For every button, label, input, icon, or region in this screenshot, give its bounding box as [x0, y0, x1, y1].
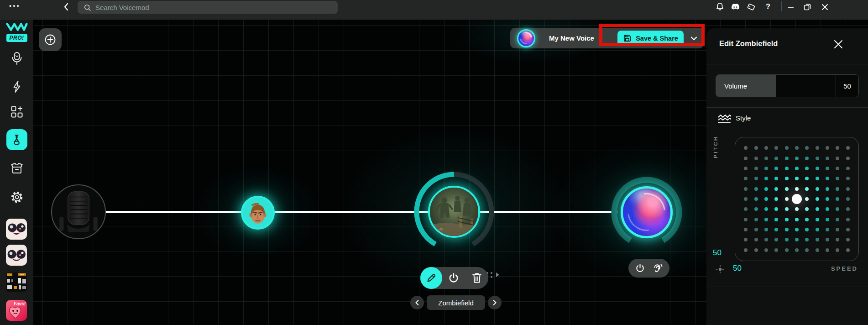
- style-grid-dot[interactable]: [843, 163, 853, 173]
- prev-node-button[interactable]: [410, 296, 424, 309]
- next-node-button[interactable]: [488, 296, 502, 309]
- style-grid-dot[interactable]: [802, 235, 812, 245]
- man-face-voice-node[interactable]: [241, 196, 275, 230]
- style-grid-dot[interactable]: [843, 194, 853, 204]
- style-grid-dot[interactable]: [761, 143, 771, 153]
- style-grid-dot[interactable]: [771, 194, 781, 204]
- style-grid-dot[interactable]: [761, 215, 771, 225]
- style-grid-dot[interactable]: [751, 153, 761, 163]
- style-grid-dot[interactable]: [741, 235, 751, 245]
- style-grid-dot[interactable]: [771, 215, 781, 225]
- style-grid-dot[interactable]: [832, 225, 842, 235]
- style-grid-dot[interactable]: [822, 163, 832, 173]
- style-grid-dot[interactable]: [771, 143, 781, 153]
- notifications-bell-icon[interactable]: [715, 2, 725, 12]
- style-grid-dot[interactable]: [832, 194, 842, 204]
- style-grid-dot[interactable]: [802, 225, 812, 235]
- style-grid-dot[interactable]: [751, 225, 761, 235]
- style-grid-dot[interactable]: [832, 143, 842, 153]
- style-grid-dot[interactable]: [832, 245, 842, 255]
- style-grid-dot[interactable]: [802, 163, 812, 173]
- style-grid-dot[interactable]: [761, 153, 771, 163]
- style-grid-dot[interactable]: [802, 183, 812, 194]
- style-grid-dot[interactable]: [792, 204, 802, 214]
- style-grid-dot[interactable]: [781, 183, 791, 194]
- discord-icon[interactable]: [730, 2, 740, 12]
- volume-value[interactable]: 50: [836, 75, 858, 97]
- style-grid-dot[interactable]: [832, 235, 842, 245]
- style-grid-dot[interactable]: [802, 143, 812, 153]
- style-grid-dot[interactable]: [792, 143, 802, 153]
- style-grid-dot[interactable]: [832, 215, 842, 225]
- style-grid-dot[interactable]: [781, 194, 791, 204]
- style-grid-dot[interactable]: [843, 245, 853, 255]
- style-grid-dot[interactable]: [771, 173, 781, 183]
- style-grid-dot[interactable]: [771, 204, 781, 214]
- zombiefield-effect-node[interactable]: [428, 186, 480, 238]
- style-grid-dot[interactable]: [771, 245, 781, 255]
- node-label[interactable]: Zombiefield: [427, 295, 485, 310]
- style-grid-dot[interactable]: [751, 163, 761, 173]
- style-grid-dot[interactable]: [812, 194, 822, 204]
- style-grid-dot[interactable]: [832, 204, 842, 214]
- style-grid-dot[interactable]: [751, 204, 761, 214]
- style-grid-dot[interactable]: [812, 173, 822, 183]
- style-grid-dot[interactable]: [761, 245, 771, 255]
- glitch-avatar[interactable]: [6, 273, 27, 292]
- style-grid-dot[interactable]: [781, 153, 791, 163]
- microphone-icon[interactable]: [10, 52, 23, 65]
- style-grid-dot[interactable]: [812, 225, 822, 235]
- style-grid-dot[interactable]: [751, 183, 761, 194]
- style-grid-dot[interactable]: [751, 173, 761, 183]
- style-grid-dot[interactable]: [843, 173, 853, 183]
- more-menu-icon[interactable]: •••: [9, 2, 21, 10]
- style-grid-dot[interactable]: [741, 163, 751, 173]
- style-grid-dot[interactable]: [812, 153, 822, 163]
- style-grid-dot[interactable]: [761, 194, 771, 204]
- pitch-speed-dot-grid[interactable]: [735, 137, 859, 261]
- voice-orb-avatar[interactable]: [517, 29, 535, 47]
- help-icon[interactable]: ?: [763, 2, 773, 12]
- minimize-icon[interactable]: [786, 2, 796, 12]
- style-grid-dot[interactable]: [832, 163, 842, 173]
- style-grid-dot[interactable]: [822, 183, 832, 194]
- style-grid-dot[interactable]: [741, 153, 751, 163]
- sticker-tag-icon[interactable]: [746, 2, 756, 12]
- style-grid-dot[interactable]: [802, 153, 812, 163]
- style-grid-dot[interactable]: [843, 183, 853, 194]
- restore-icon[interactable]: [802, 2, 812, 12]
- listen-ear-icon[interactable]: [652, 263, 663, 274]
- style-grid-dot[interactable]: [843, 204, 853, 214]
- style-grid-dot[interactable]: [761, 204, 771, 214]
- style-grid-dot[interactable]: [741, 194, 751, 204]
- style-grid-dot[interactable]: [822, 215, 832, 225]
- delete-trash-button[interactable]: [465, 272, 489, 284]
- style-grid-dot[interactable]: [802, 194, 812, 204]
- style-grid-dot[interactable]: [792, 153, 802, 163]
- style-grid-dot[interactable]: [812, 245, 822, 255]
- style-grid-dot[interactable]: [792, 245, 802, 255]
- style-grid-dot[interactable]: [792, 173, 802, 183]
- style-grid-dot[interactable]: [812, 163, 822, 173]
- voice-orb-output-node[interactable]: [621, 186, 673, 238]
- soundbox-icon[interactable]: [10, 162, 24, 175]
- style-grid-dot[interactable]: [761, 163, 771, 173]
- style-grid-dot[interactable]: [741, 245, 751, 255]
- style-grid-dot[interactable]: [781, 143, 791, 153]
- style-grid-dot[interactable]: [822, 235, 832, 245]
- style-grid-dot[interactable]: [751, 215, 761, 225]
- style-grid-dot[interactable]: [781, 245, 791, 255]
- style-grid-dot[interactable]: [761, 173, 771, 183]
- style-grid-dot[interactable]: [741, 215, 751, 225]
- style-grid-dot[interactable]: [781, 215, 791, 225]
- style-grid-dot[interactable]: [741, 173, 751, 183]
- microphone-input-node[interactable]: [51, 184, 106, 239]
- style-grid-selected-dot[interactable]: [792, 194, 802, 204]
- edit-pencil-button[interactable]: [420, 267, 442, 289]
- style-grid-dot[interactable]: [832, 183, 842, 194]
- search-input[interactable]: Search Voicemod: [78, 1, 338, 14]
- cute-face-avatar-2[interactable]: [6, 245, 27, 266]
- style-grid-dot[interactable]: [761, 183, 771, 194]
- style-grid-dot[interactable]: [843, 153, 853, 163]
- style-grid-dot[interactable]: [771, 183, 781, 194]
